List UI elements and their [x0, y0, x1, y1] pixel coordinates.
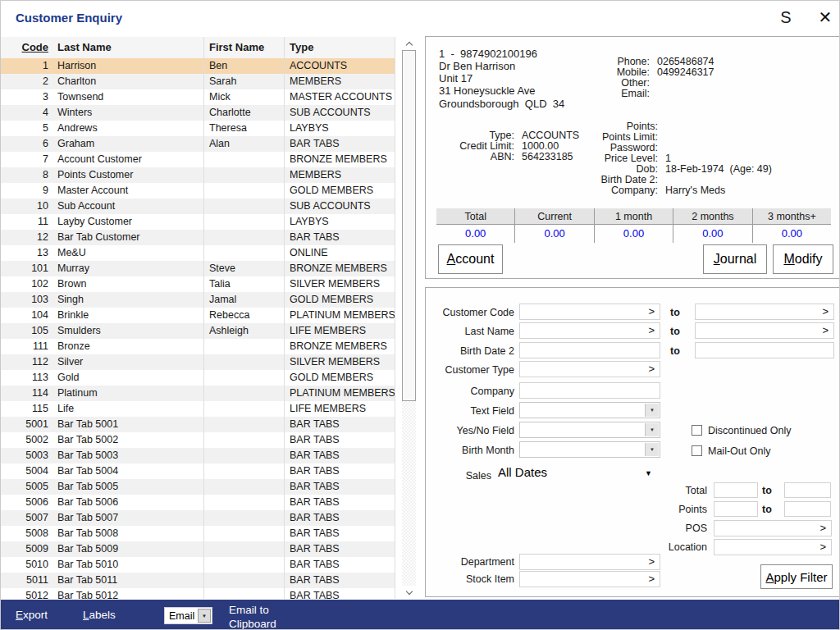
table-row[interactable]: 115LifeLIFE MEMBERS [1, 401, 395, 417]
table-cell: Brinkle [52, 308, 203, 323]
aging-value: 0.00 [752, 225, 831, 243]
table-row[interactable]: 5AndrewsTheresaLAYBYS [1, 121, 395, 136]
table-row[interactable]: 7Account CustomerBRONZE MEMBERS [1, 152, 395, 167]
table-row[interactable]: 101MurraySteveBRONZE MEMBERS [1, 261, 395, 276]
table-row[interactable]: 4WintersCharlotteSUB ACCOUNTS [1, 105, 395, 121]
apply-filter-button[interactable]: Apply Filter [760, 564, 833, 589]
text-field-dropdown[interactable]: ▼ [519, 402, 660, 418]
scroll-up-button[interactable] [402, 37, 416, 50]
total-to-input[interactable] [784, 482, 831, 498]
table-row[interactable]: 5001Bar Tab 5001BAR TABS [1, 417, 395, 432]
customer-type-input[interactable]: > [519, 361, 660, 377]
table-row[interactable]: 112SilverSILVER MEMBERS [1, 354, 395, 370]
detail-value [658, 143, 665, 153]
support-button[interactable]: S [775, 5, 797, 30]
column-header-last-name[interactable]: Last Name [52, 37, 203, 58]
location-input[interactable]: > [714, 539, 832, 555]
birth-month-dropdown[interactable]: ▼ [519, 441, 660, 458]
total-from-input[interactable] [714, 482, 758, 498]
table-cell [203, 479, 284, 495]
table-row[interactable]: 5004Bar Tab 5004BAR TABS [1, 463, 395, 479]
table-row[interactable]: 5003Bar Tab 5003BAR TABS [1, 448, 395, 463]
column-header-type[interactable]: Type [284, 37, 395, 58]
yes-no-field-dropdown[interactable]: ▼ [519, 422, 660, 438]
table-row[interactable]: 102BrownTaliaSILVER MEMBERS [1, 276, 395, 292]
table-cell: Mick [203, 89, 284, 105]
discontinued-only-checkbox[interactable] [692, 425, 702, 436]
modify-button[interactable]: Modify [773, 244, 833, 274]
account-button[interactable]: Account [438, 244, 503, 274]
column-header-code[interactable]: Code [1, 37, 52, 58]
scrollbar-thumb[interactable] [402, 50, 416, 401]
close-icon[interactable]: ✕ [813, 4, 838, 30]
table-cell: Bar Tab 5012 [52, 588, 203, 600]
table-row[interactable]: 9Master AccountGOLD MEMBERS [1, 183, 395, 199]
table-row[interactable]: 1HarrisonBenACCOUNTS [1, 58, 395, 74]
points-from-input[interactable] [714, 501, 758, 517]
points-to-input[interactable] [784, 501, 831, 517]
table-row[interactable]: 3TownsendMickMASTER ACCOUNTS [1, 89, 395, 105]
chevron-down-icon[interactable]: ▼ [645, 423, 659, 436]
table-cell: 8 [1, 167, 52, 183]
lookup-arrow-icon: > [822, 305, 829, 317]
table-row[interactable]: 8Points CustomerMEMBERS [1, 167, 395, 183]
labels-button[interactable]: Labels [83, 609, 116, 621]
export-button[interactable]: Export [16, 609, 48, 621]
table-cell: PLATINUM MEMBERS [284, 386, 395, 401]
customer-code-to-input[interactable]: > [695, 304, 834, 320]
stock-item-input[interactable]: > [519, 571, 660, 587]
table-cell: BRONZE MEMBERS [284, 339, 395, 354]
column-divider [395, 37, 395, 599]
table-row[interactable]: 5007Bar Tab 5007BAR TABS [1, 510, 395, 526]
scrollbar-track[interactable] [402, 401, 416, 586]
customer-code-from-input[interactable]: > [519, 304, 660, 320]
scroll-down-button[interactable] [402, 586, 416, 599]
table-row[interactable]: 6GrahamAlanBAR TABS [1, 136, 395, 152]
table-row[interactable]: 5008Bar Tab 5008BAR TABS [1, 526, 395, 541]
table-cell: Account Customer [52, 152, 203, 167]
table-row[interactable]: 5011Bar Tab 5011BAR TABS [1, 573, 395, 588]
birth-date2-from-input[interactable] [519, 342, 660, 358]
table-row[interactable]: 5009Bar Tab 5009BAR TABS [1, 541, 395, 557]
table-row[interactable]: 5005Bar Tab 5005BAR TABS [1, 479, 395, 495]
table-cell [203, 245, 284, 261]
table-scrollbar[interactable] [402, 37, 416, 599]
table-cell: SUB ACCOUNTS [284, 105, 395, 121]
table-row[interactable]: 105SmuldersAshleighLIFE MEMBERS [1, 323, 395, 339]
table-row[interactable]: 103SinghJamalGOLD MEMBERS [1, 292, 395, 308]
last-name-to-input[interactable]: > [695, 322, 834, 339]
table-cell [203, 541, 284, 557]
table-row[interactable]: 114PlatinumPLATINUM MEMBERS [1, 386, 395, 401]
chevron-down-icon[interactable]: ▼ [645, 404, 659, 417]
table-row[interactable]: 111BronzeBRONZE MEMBERS [1, 339, 395, 354]
detail-label: Company: [576, 185, 658, 196]
table-row[interactable]: 12Bar Tab CustomerBAR TABS [1, 230, 395, 245]
table-row[interactable]: 13Me&UONLINE [1, 245, 395, 261]
table-row[interactable]: 5006Bar Tab 5006BAR TABS [1, 495, 395, 510]
chevron-down-icon[interactable]: ▼ [198, 609, 211, 623]
table-row[interactable]: 5010Bar Tab 5010BAR TABS [1, 557, 395, 573]
table-row[interactable]: 104BrinkleRebeccaPLATINUM MEMBERS [1, 308, 395, 323]
chevron-down-icon[interactable]: ▼ [645, 443, 659, 456]
column-header-first-name[interactable]: First Name [203, 37, 284, 58]
department-input[interactable]: > [519, 554, 660, 570]
pos-input[interactable]: > [714, 520, 832, 536]
table-cell: Points Customer [52, 167, 203, 183]
table-row[interactable]: 113GoldGOLD MEMBERS [1, 370, 395, 386]
mail-out-only-checkbox[interactable] [692, 445, 702, 456]
sales-dates-dropdown[interactable]: All Dates ▼ [496, 463, 654, 483]
table-row[interactable]: 10Sub AccountSUB ACCOUNTS [1, 199, 395, 214]
customer-name: Dr Ben Harrison [439, 60, 515, 72]
journal-button[interactable]: Journal [703, 244, 767, 274]
email-to-clipboard-button[interactable]: Email to Clipboard [229, 603, 296, 630]
company-input[interactable] [519, 382, 660, 399]
birth-date2-to-input[interactable] [695, 342, 834, 358]
table-row[interactable]: 2CharltonSarahMEMBERS [1, 74, 395, 89]
table-cell [203, 432, 284, 448]
table-row[interactable]: 11Layby CustomerLAYBYS [1, 214, 395, 230]
table-row[interactable]: 5002Bar Tab 5002BAR TABS [1, 432, 395, 448]
table-row[interactable]: 5012Bar Tab 5012BAR TABS [1, 588, 395, 600]
email-format-select[interactable]: Email ▼ [164, 607, 212, 624]
last-name-from-input[interactable]: > [519, 322, 660, 339]
table-cell: BAR TABS [284, 479, 395, 495]
